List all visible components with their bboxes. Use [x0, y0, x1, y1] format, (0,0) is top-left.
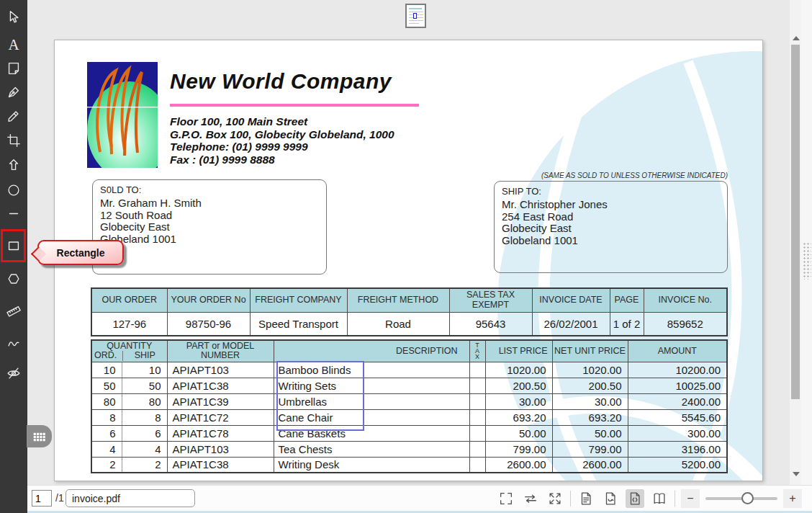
cell: 30.00	[552, 393, 628, 409]
highlighter-icon	[6, 108, 22, 124]
book-icon	[651, 491, 667, 507]
cell: APIAT1C38	[167, 378, 274, 393]
col-header: INVOICE No.	[644, 288, 727, 312]
ship-to-line: 254 East Road	[502, 211, 720, 223]
cell: 3196.00	[628, 441, 727, 457]
hide-annotations-tool-button[interactable]	[0, 360, 27, 386]
page-code-icon	[627, 491, 643, 507]
address-line: Telephone: (01) 9999 9999	[170, 140, 394, 153]
book-view-button[interactable]	[650, 489, 669, 508]
cell: 10	[122, 362, 167, 378]
rectangle-annotation[interactable]	[276, 361, 364, 431]
note-tool-button[interactable]	[0, 55, 27, 81]
fullscreen-icon	[498, 491, 514, 507]
cell	[469, 441, 485, 457]
thumb-marker	[413, 13, 417, 19]
cell: 693.20	[485, 409, 552, 425]
item-row: 10 10 APIAPT103 Bamboo Blinds 1020.00 10…	[91, 362, 727, 378]
zoom-slider[interactable]	[705, 489, 777, 508]
arrow-tool-button[interactable]	[0, 152, 27, 178]
page-scroll-view-button[interactable]	[601, 489, 620, 508]
col-header: PAGE	[610, 288, 644, 312]
vertical-scrollbar[interactable]	[790, 0, 801, 485]
cell: APIAT1C72	[167, 409, 274, 425]
curve-icon	[6, 336, 22, 352]
window-edge	[801, 0, 812, 485]
item-row: 50 50 APIAT1C38 Writing Sets 200.50 200.…	[91, 378, 727, 393]
crop-tool-button[interactable]	[0, 128, 27, 153]
ship-to-line: Mr. Christopher Jones	[502, 199, 720, 211]
highlighter-tool-button[interactable]	[0, 103, 27, 129]
col-header-tax: TAX	[469, 340, 485, 362]
zoom-in-button[interactable]: +	[783, 489, 802, 508]
cell: Road	[347, 312, 449, 336]
tool-tooltip: Rectangle	[37, 240, 124, 265]
filename-input[interactable]	[66, 489, 195, 507]
fit-width-icon	[523, 491, 538, 507]
scrollbar-thumb[interactable]	[791, 45, 800, 399]
zoom-out-button[interactable]: −	[681, 489, 700, 508]
item-row: 6 6 APIAT1C78 Cane Baskets 50.00 50.00 3…	[91, 425, 727, 441]
col-header-list-price: LIST PRICE	[485, 340, 552, 362]
line-items-table: QUANTITY ORD. SHIP PART or MODEL NUMBER …	[91, 339, 728, 473]
zoom-slider-knob[interactable]	[741, 492, 754, 504]
scroll-down-arrow-icon[interactable]	[793, 472, 800, 476]
ruler-tool-button[interactable]	[0, 298, 27, 324]
page-code-view-button[interactable]	[626, 489, 644, 508]
grid-panel-button[interactable]	[27, 425, 52, 447]
fit-width-button[interactable]	[521, 489, 540, 508]
cell: 26/02/2001	[532, 312, 610, 336]
polygon-tool-button[interactable]	[0, 266, 27, 292]
text-tool-button[interactable]: A	[0, 32, 27, 58]
freehand-tool-button[interactable]	[0, 331, 27, 357]
cell: 10	[91, 362, 122, 378]
page-with-arrow-icon	[603, 491, 618, 507]
cell: 859652	[644, 312, 727, 336]
cell: 300.00	[628, 425, 727, 441]
col-header-description: DESCRIPTION	[274, 340, 469, 362]
cell: 8	[122, 409, 167, 425]
address-line: Floor 100, 100 Main Street	[170, 115, 394, 128]
cell: 2600.00	[552, 457, 628, 473]
cell	[469, 425, 485, 441]
rectangle-tool-button[interactable]	[0, 233, 27, 259]
cell: 50.00	[485, 425, 552, 441]
text-icon: A	[8, 36, 19, 54]
tools-sidebar: A	[0, 0, 27, 513]
sold-to-line: Globecity East	[100, 221, 319, 233]
grid-icon	[32, 432, 46, 442]
scroll-up-arrow-icon[interactable]	[793, 36, 800, 40]
company-logo	[87, 62, 158, 168]
item-row: 8 8 APIAT1C72 Cane Chair 693.20 693.20 5…	[91, 409, 727, 425]
page-number-input[interactable]	[32, 490, 52, 507]
pen-tool-button[interactable]	[0, 79, 27, 105]
cell: 10200.00	[628, 362, 727, 378]
order-info-table: OUR ORDER YOUR ORDER No FREIGHT COMPANY …	[91, 287, 728, 336]
items-header-row: QUANTITY ORD. SHIP PART or MODEL NUMBER …	[91, 340, 727, 362]
eye-off-icon	[6, 365, 22, 381]
fullscreen-button[interactable]	[497, 489, 515, 508]
resize-gripper[interactable]	[803, 242, 811, 280]
cell: 200.50	[485, 378, 552, 393]
document-view-button[interactable]	[577, 489, 595, 508]
fit-page-button[interactable]	[546, 489, 564, 508]
page-thumbnail[interactable]	[405, 4, 426, 28]
col-header: YOUR ORDER No	[167, 288, 250, 312]
crop-icon	[6, 133, 22, 148]
ellipse-tool-button[interactable]	[0, 177, 27, 203]
toolbar-separator	[570, 491, 571, 507]
cell: 2600.00	[485, 457, 552, 473]
pdf-page: New World Company Floor 100, 100 Main St…	[54, 40, 763, 481]
cell: 80	[122, 393, 167, 409]
thumb-line	[409, 8, 422, 9]
line-tool-button[interactable]	[0, 200, 27, 226]
cell: Writing Desk	[274, 457, 469, 473]
address-line: Fax : (01) 9999 8888	[170, 153, 394, 166]
cell: 4	[91, 441, 122, 457]
cell: 30.00	[485, 393, 552, 409]
brand-divider	[170, 104, 419, 107]
app-window: New World Company Floor 100, 100 Main St…	[0, 0, 812, 513]
cell: 2	[122, 457, 167, 473]
company-name: New World Company	[170, 69, 392, 94]
select-tool-button[interactable]	[0, 4, 27, 30]
